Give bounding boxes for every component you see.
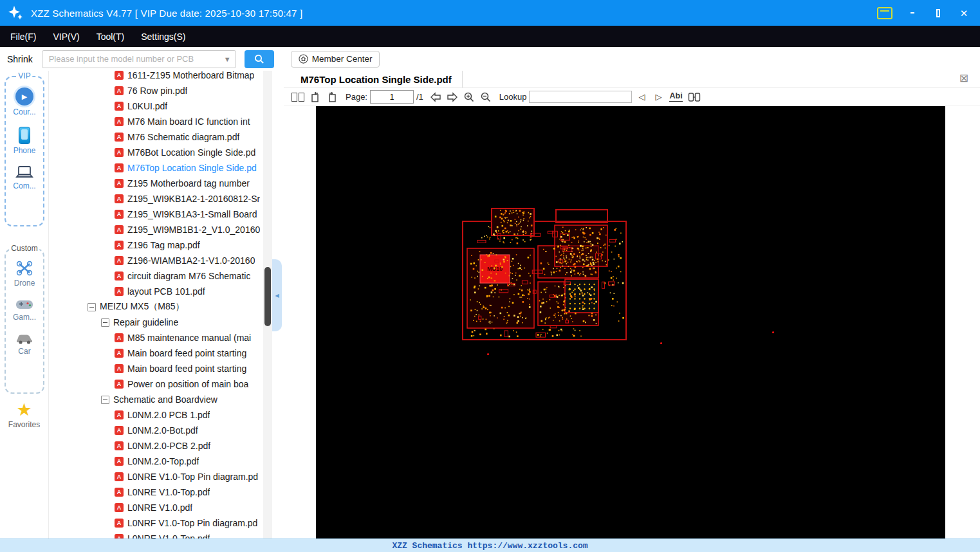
minimize-button[interactable]	[907, 7, 918, 19]
rotate-left-button[interactable]	[308, 91, 322, 104]
menu-item-vip[interactable]: VIP(V)	[53, 32, 79, 42]
rotate-right-icon	[326, 91, 338, 103]
pdf-toolbar: Page: /1	[284, 88, 980, 106]
sidebar-item-computer[interactable]: Com...	[13, 165, 35, 190]
tree-item[interactable]: AM85 maintenance manual (mai	[49, 330, 263, 345]
tree-item[interactable]: AZ195_WI9KB1A3-1-Small Board	[49, 207, 263, 222]
sidebar-item-favorites[interactable]: ★ Favorites	[0, 401, 48, 429]
zoom-out-button[interactable]	[479, 91, 493, 104]
tree-item[interactable]: AL0KUI.pdf	[49, 98, 263, 114]
thumbnail-view-button[interactable]	[687, 91, 702, 104]
tree-item[interactable]: A1611-Z195 Motherboard Bitmap	[49, 71, 263, 83]
next-result-button[interactable]: ▷	[651, 91, 665, 104]
search-button[interactable]	[245, 50, 274, 68]
vip-card-icon[interactable]	[877, 7, 892, 19]
pdf-file-icon: A	[115, 71, 124, 80]
tree-item[interactable]: AZ195 Motherboard tag number	[49, 176, 263, 191]
collapse-icon[interactable]	[101, 318, 109, 327]
previous-result-button[interactable]: ◁	[634, 91, 649, 104]
tree-item[interactable]: A76 Row pin.pdf	[49, 83, 263, 98]
tree-item[interactable]: AMain board feed point starting	[49, 361, 263, 376]
close-tab-icon[interactable]: ⊠	[956, 72, 972, 84]
tree-item[interactable]: AM76 Main board IC function int	[49, 114, 263, 129]
tree-item[interactable]: AL0NRF V1.0-Top Pin diagram.pd	[49, 515, 263, 531]
phone-icon	[19, 127, 30, 144]
chevron-down-icon[interactable]: ▼	[224, 55, 231, 63]
sidebar-item-drone[interactable]: Drone	[14, 260, 35, 288]
tree-item[interactable]: AM76Top Location Single Side.pd	[49, 160, 263, 176]
shrink-button[interactable]: Shrink	[5, 53, 35, 66]
tree-item[interactable]: AL0NM.2.0-PCB 2.pdf	[49, 438, 263, 454]
menu-item-file[interactable]: File(F)	[10, 32, 36, 42]
previous-page-button[interactable]	[429, 91, 443, 104]
tree-item[interactable]: Acircuit diagram M76 Schematic	[49, 268, 263, 284]
model-search-combo[interactable]: ▼	[42, 50, 236, 68]
pdf-viewer[interactable]: MU10	[284, 106, 980, 539]
tree-item[interactable]: AZ196 Tag map.pdf	[49, 237, 263, 253]
tree-item-label: L0NM.2.0 PCB 1.pdf	[127, 410, 210, 420]
file-tree: A1611-Z195 Motherboard BitmapA76 Row pin…	[49, 71, 263, 539]
rotate-right-button[interactable]	[325, 91, 339, 104]
tree-item-label: Main board feed point starting	[127, 363, 246, 374]
scrollbar-thumb[interactable]	[264, 267, 271, 326]
sidebar-item-label: Drone	[14, 279, 35, 288]
sidebar-item-phone[interactable]: Phone	[14, 127, 36, 155]
lookup-input[interactable]	[529, 91, 632, 103]
next-page-button[interactable]	[445, 91, 459, 104]
tree-item[interactable]: AZ195_WI9MB1B1-2_V1.0_20160	[49, 222, 263, 237]
menu-item-tool[interactable]: Tool(T)	[97, 32, 125, 42]
sidebar-item-car[interactable]: Car	[15, 332, 34, 356]
sidebar-item-course[interactable]: ▶ Cour...	[13, 87, 35, 116]
sidebar-item-game[interactable]: Gam...	[13, 298, 36, 322]
tree-item[interactable]: AZ196-WIAMB1A2-1-V1.0-20160	[49, 253, 263, 268]
page-number-input[interactable]	[370, 90, 414, 104]
menu-bar: File(F) VIP(V) Tool(T) Settings(S)	[0, 26, 980, 47]
tree-item[interactable]: AL0NM.2.0 PCB 1.pdf	[49, 407, 263, 423]
tree-item[interactable]: AL0NM.2.0-Top.pdf	[49, 454, 263, 469]
maximize-button[interactable]	[932, 7, 944, 19]
collapse-icon[interactable]	[88, 303, 96, 311]
menu-item-settings[interactable]: Settings(S)	[141, 32, 185, 42]
tree-folder[interactable]: MEIZU MX5（M85）	[49, 299, 263, 315]
tab-active-document[interactable]: M76Top Location Single Side.pdf	[284, 71, 463, 87]
tree-item[interactable]: Alayout PCB 101.pdf	[49, 284, 263, 299]
pdf-page[interactable]: MU10	[316, 106, 945, 539]
pdf-file-icon: A	[115, 333, 124, 342]
tree-scrollbar[interactable]	[263, 71, 272, 539]
tree-item[interactable]: AL0NRE V1.0.pdf	[49, 500, 263, 515]
tree-item[interactable]: AZ195_WI9KB1A2-1-20160812-Sr	[49, 191, 263, 207]
tree-item[interactable]: AL0NRE V1.0-Top Pin diagram.pd	[49, 469, 263, 484]
pdf-file-icon: A	[115, 163, 124, 172]
status-bar: XZZ Schematics https://www.xzztools.com	[0, 538, 980, 552]
arrow-right-icon	[447, 92, 458, 102]
tree-item[interactable]: AM76 Schematic diagram.pdf	[49, 129, 263, 145]
pdf-file-icon: A	[115, 441, 124, 450]
tree-folder[interactable]: Schematic and Boardview	[49, 392, 263, 407]
collapse-panel-handle[interactable]: ◀	[272, 259, 282, 331]
triangle-right-icon: ▷	[655, 92, 661, 102]
tree-item[interactable]: AL0NRE V1.0-Top.pdf	[49, 484, 263, 500]
pdf-file-icon: A	[115, 271, 124, 281]
pdf-file-icon: A	[115, 86, 124, 95]
tree-item[interactable]: AL0NM.2.0-Bot.pdf	[49, 423, 263, 438]
two-page-view-button[interactable]	[290, 91, 306, 104]
zoom-in-button[interactable]	[462, 91, 476, 104]
tree-item-label: Schematic and Boardview	[113, 394, 217, 405]
tree-item[interactable]: AMain board feed point starting	[49, 345, 263, 361]
thumbnail-view-icon	[688, 92, 701, 102]
pdf-file-icon: A	[115, 426, 124, 435]
pdf-file-icon: A	[115, 488, 124, 497]
collapse-icon[interactable]	[101, 396, 109, 404]
file-tree-panel: A1611-Z195 Motherboard BitmapA76 Row pin…	[49, 71, 263, 539]
tree-item[interactable]: APower on position of main boa	[49, 376, 263, 392]
member-center-button[interactable]: Member Center	[291, 51, 380, 68]
model-search-input[interactable]	[48, 51, 219, 67]
search-icon	[254, 53, 265, 65]
main-panel: M76Top Location Single Side.pdf ⊠	[284, 71, 980, 539]
sparkle-logo-icon	[6, 4, 24, 22]
pdf-file-icon: A	[115, 503, 124, 512]
text-select-button[interactable]: Abi	[668, 91, 683, 104]
tree-folder[interactable]: Repair guideline	[49, 315, 263, 330]
tree-item[interactable]: AM76Bot Location Single Side.pd	[49, 145, 263, 160]
close-button[interactable]: ✕	[958, 7, 970, 19]
